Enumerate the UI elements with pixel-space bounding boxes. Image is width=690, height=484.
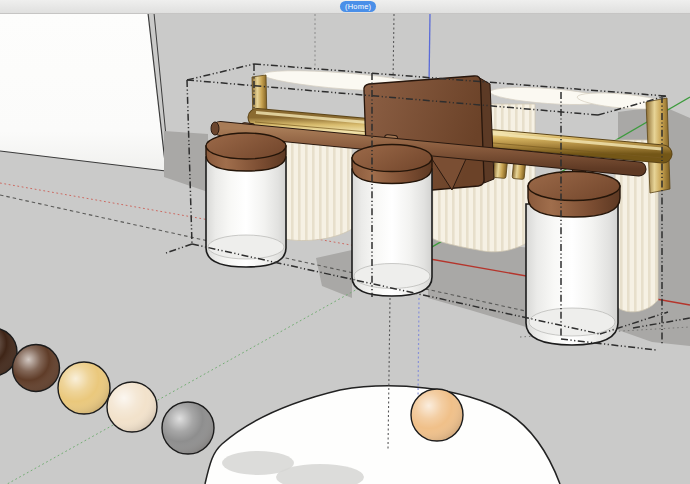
table-gold-sphere[interactable]	[411, 389, 463, 441]
app-window: (Home)	[0, 0, 690, 484]
lamp-2	[352, 145, 432, 297]
lamp-3	[526, 172, 620, 346]
wall-panel[interactable]	[0, 13, 169, 171]
lamp-1	[206, 133, 286, 267]
brown-sphere[interactable]	[13, 345, 60, 392]
gray-sphere[interactable]	[162, 402, 214, 454]
modeling-viewport[interactable]	[0, 0, 690, 484]
home-tab[interactable]: (Home)	[340, 1, 376, 12]
gold-sphere[interactable]	[58, 362, 110, 414]
top-toolbar: (Home)	[0, 0, 690, 14]
cream-sphere[interactable]	[107, 382, 157, 432]
